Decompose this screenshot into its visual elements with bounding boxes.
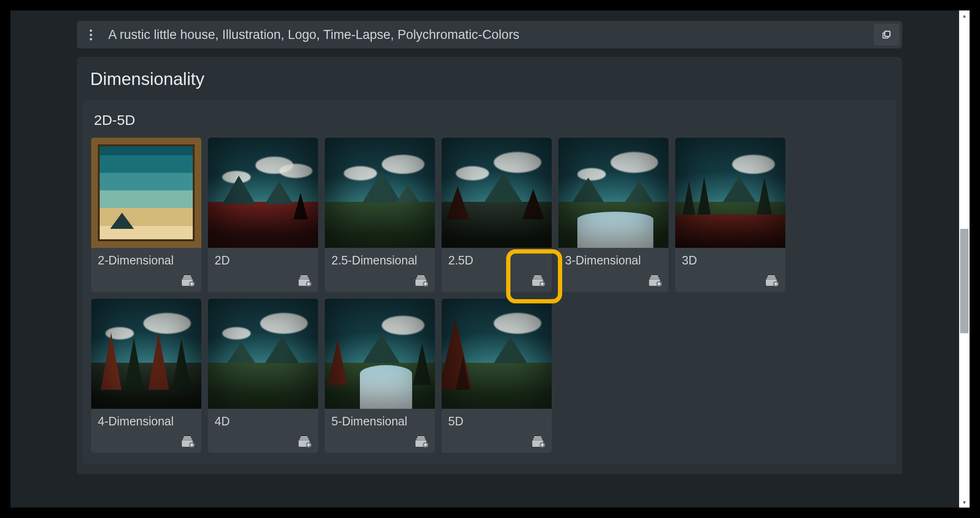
- style-thumbnail[interactable]: [91, 299, 201, 409]
- svg-rect-39: [184, 436, 191, 438]
- style-card-label: 3-Dimensional: [558, 248, 669, 269]
- svg-rect-16: [416, 277, 425, 279]
- style-card-footer: [442, 430, 552, 453]
- style-card[interactable]: 3D: [675, 138, 785, 292]
- add-to-collection-icon: [532, 436, 545, 447]
- panel-title: Dimensionality: [77, 57, 902, 100]
- style-card[interactable]: 5-Dimensional: [325, 299, 435, 453]
- svg-rect-32: [658, 283, 661, 284]
- kebab-icon: [90, 29, 92, 40]
- add-to-collection-icon: [415, 436, 428, 447]
- svg-rect-14: [307, 283, 311, 284]
- style-card-label: 2D: [208, 248, 318, 269]
- svg-rect-9: [301, 275, 308, 277]
- style-thumbnail[interactable]: [442, 299, 552, 409]
- card-grid: 2-Dimensional2D2.5-Dimensional2.5D3-Dime…: [91, 138, 888, 453]
- style-card-footer: [558, 269, 669, 292]
- app-content: A rustic little house, Illustration, Log…: [10, 10, 959, 508]
- add-to-collection-icon: [181, 275, 195, 286]
- add-to-collection-icon: [298, 436, 311, 447]
- style-card-label: 2.5D: [442, 248, 552, 269]
- svg-rect-45: [301, 436, 308, 438]
- style-card[interactable]: 5D: [442, 299, 552, 453]
- svg-rect-4: [183, 277, 192, 279]
- add-to-collection-button[interactable]: [645, 271, 666, 290]
- style-card-footer: [325, 269, 435, 292]
- style-thumbnail[interactable]: [208, 299, 318, 409]
- svg-rect-33: [768, 275, 775, 277]
- svg-rect-26: [541, 283, 544, 284]
- style-card-label: 3D: [675, 248, 785, 269]
- style-thumbnail[interactable]: [558, 138, 669, 248]
- style-card-label: 2.5-Dimensional: [325, 248, 435, 269]
- style-card[interactable]: 2D: [208, 138, 318, 292]
- style-card-footer: [208, 269, 318, 292]
- svg-rect-28: [650, 277, 659, 279]
- add-to-collection-button[interactable]: [528, 271, 549, 290]
- section-2d-5d: 2D-5D 2-Dimensional2D2.5-Dimensional2.5D…: [83, 100, 896, 464]
- section-title: 2D-5D: [91, 108, 888, 138]
- add-to-collection-button[interactable]: [762, 271, 782, 290]
- svg-rect-1: [885, 31, 890, 37]
- scroll-down-arrow-icon[interactable]: ▾: [959, 497, 970, 508]
- add-to-collection-button[interactable]: [178, 271, 198, 290]
- style-card-label: 5-Dimensional: [325, 409, 435, 430]
- style-thumbnail[interactable]: [675, 138, 785, 248]
- style-card-footer: [325, 430, 435, 453]
- svg-rect-22: [533, 277, 542, 279]
- svg-rect-52: [416, 438, 425, 440]
- style-card-footer: [442, 269, 552, 292]
- add-to-collection-icon: [765, 275, 779, 286]
- svg-rect-3: [184, 275, 191, 277]
- svg-rect-51: [417, 436, 424, 438]
- add-to-collection-icon: [532, 275, 545, 286]
- add-to-collection-icon: [181, 436, 195, 447]
- style-card-label: 4D: [208, 409, 318, 430]
- style-thumbnail[interactable]: [208, 138, 318, 248]
- open-external-button[interactable]: [874, 24, 899, 46]
- style-card[interactable]: 3-Dimensional: [558, 138, 669, 292]
- svg-rect-38: [774, 283, 778, 284]
- scrollbar-thumb[interactable]: [960, 229, 969, 333]
- svg-rect-8: [190, 283, 194, 284]
- open-external-icon: [881, 29, 892, 40]
- style-card-footer: [91, 269, 201, 292]
- add-to-collection-icon: [649, 275, 662, 286]
- prompt-text[interactable]: A rustic little house, Illustration, Log…: [102, 28, 871, 42]
- style-card[interactable]: 4-Dimensional: [91, 299, 201, 453]
- svg-rect-27: [651, 275, 658, 277]
- app-viewport: A rustic little house, Illustration, Log…: [10, 10, 970, 508]
- add-to-collection-button[interactable]: [294, 271, 315, 290]
- svg-rect-62: [541, 444, 544, 445]
- style-card-footer: [208, 430, 318, 453]
- add-to-collection-button[interactable]: [411, 432, 432, 451]
- style-card[interactable]: 4D: [208, 299, 318, 453]
- add-to-collection-button[interactable]: [294, 432, 315, 451]
- style-thumbnail[interactable]: [442, 138, 552, 248]
- svg-rect-57: [534, 436, 541, 438]
- style-card-footer: [675, 269, 785, 292]
- svg-rect-40: [183, 438, 192, 440]
- prompt-bar: A rustic little house, Illustration, Log…: [77, 21, 902, 48]
- svg-rect-50: [307, 444, 311, 445]
- svg-rect-15: [417, 275, 424, 277]
- svg-rect-58: [533, 438, 542, 440]
- add-to-collection-icon: [415, 275, 428, 286]
- add-to-collection-button[interactable]: [411, 271, 432, 290]
- style-card[interactable]: 2.5-Dimensional: [325, 138, 435, 292]
- style-thumbnail[interactable]: [91, 138, 201, 248]
- style-card-label: 4-Dimensional: [91, 409, 201, 430]
- scroll-up-arrow-icon[interactable]: ▴: [959, 10, 970, 21]
- add-to-collection-button[interactable]: [528, 432, 549, 451]
- prompt-menu-button[interactable]: [80, 24, 102, 46]
- style-thumbnail[interactable]: [325, 138, 435, 248]
- style-card[interactable]: 2.5D: [442, 138, 552, 292]
- add-to-collection-icon: [298, 275, 311, 286]
- style-thumbnail[interactable]: [325, 299, 435, 409]
- vertical-scrollbar[interactable]: ▴ ▾: [959, 10, 970, 508]
- style-card[interactable]: 2-Dimensional: [91, 138, 201, 292]
- style-card-footer: [91, 430, 201, 453]
- add-to-collection-button[interactable]: [178, 432, 198, 451]
- svg-rect-56: [424, 444, 427, 445]
- style-card-label: 5D: [442, 409, 552, 430]
